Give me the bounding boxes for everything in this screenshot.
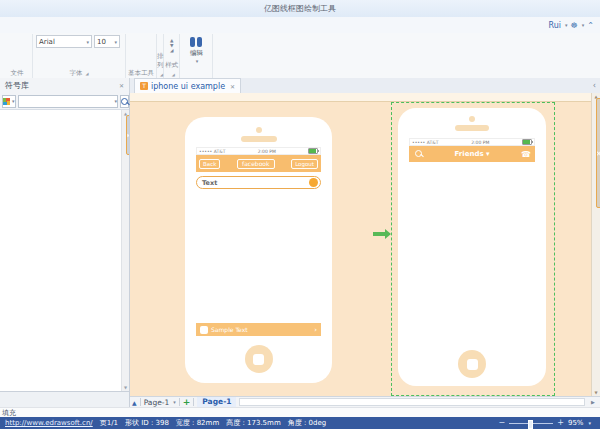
zoom-slider-thumb[interactable]: [528, 420, 533, 429]
phone-nav-bar: Back facebook Logout: [196, 155, 321, 172]
document-icon: T: [140, 82, 148, 90]
arrange-group-label: 排列: [157, 52, 163, 78]
document-tab-strip: 符号库 ✕ T iphone ui example ✕ ‹: [0, 78, 600, 94]
phone-handset-icon[interactable]: ☎: [520, 150, 532, 159]
font-group-label: 字体: [33, 69, 125, 78]
vertical-scrollbar[interactable]: ▲▼: [591, 93, 600, 396]
home-button[interactable]: [245, 345, 273, 373]
palette-label: 填充: [2, 408, 16, 418]
horizontal-ruler: [130, 93, 592, 102]
symbol-search-input[interactable]: [19, 97, 114, 106]
font-family-select[interactable]: Arial▾: [36, 35, 92, 48]
status-bar: http://www.edrawsoft.cn/ 页1/1 形状 ID : 39…: [0, 417, 600, 429]
edit-group: 编辑 ▾: [180, 34, 213, 79]
checkbox-icon[interactable]: [200, 326, 208, 334]
chevron-right-icon: ›: [314, 326, 317, 334]
shape-height: 高度 : 173.5mm: [226, 418, 281, 428]
collapse-ribbon-icon[interactable]: ⌃: [587, 21, 594, 30]
page-panel-collapse-icon[interactable]: ▲: [132, 399, 137, 406]
back-button[interactable]: Back: [199, 159, 220, 169]
field-circle-icon: [309, 178, 318, 187]
window-title: 亿图线框图绘制工具: [4, 3, 596, 14]
home-button[interactable]: [458, 350, 486, 378]
camera-dot: [256, 127, 262, 133]
speaker-slot: [455, 125, 489, 131]
phone-status-bar: ••••• AT&T 2:00 PM: [196, 147, 321, 155]
symbol-gallery: ▲▼: [0, 109, 129, 391]
add-page-button[interactable]: +: [183, 398, 191, 407]
phone-nav-bar: Friends ▾ ☎: [409, 146, 535, 162]
category-grid-icon: [3, 98, 10, 105]
page-tab-row: ▲ Page-1▾ + Page-1 ▶: [130, 396, 600, 407]
title-bar: 亿图线框图绘制工具: [0, 0, 600, 18]
library-category-button[interactable]: ▾: [2, 95, 16, 108]
ribbon-tab-row: Rui▾ ☸▾ ⌃: [0, 17, 600, 34]
font-group: Arial▾ 10▾ 字体: [33, 34, 126, 79]
settings-caret-icon: ▾: [582, 22, 585, 28]
zoom-level: 95%: [568, 419, 584, 427]
left-phone-wireframe[interactable]: ••••• AT&T 2:00 PM Back facebook Logout …: [185, 117, 332, 383]
nav-title: facebook: [237, 159, 275, 169]
clipboard-icons: [5, 35, 29, 69]
camera-dot: [469, 116, 475, 122]
binoculars-icon: [189, 37, 203, 48]
clipboard-group: 文件: [2, 34, 33, 79]
shape-tool-icons: [131, 35, 153, 69]
scroll-down-icon[interactable]: ▼: [594, 390, 597, 395]
swipe-arrow-icon: [373, 232, 385, 236]
document-tab-close-icon[interactable]: ✕: [230, 83, 235, 90]
fill-color-palette: 填充: [0, 407, 600, 417]
symbol-panel-close-icon[interactable]: ✕: [119, 82, 124, 89]
find-edit-button[interactable]: 编辑 ▾: [183, 35, 209, 69]
ribbon: 文件 Arial▾ 10▾ 字体 基本工具 排列: [0, 33, 600, 80]
page-indicator: 页1/1: [100, 418, 118, 428]
vertical-scroll-thumb[interactable]: [596, 98, 600, 208]
shape-angle: 角度 : 0deg: [288, 418, 326, 428]
zoom-slider[interactable]: [509, 423, 553, 424]
nav-title: Friends ▾: [424, 150, 520, 158]
search-dropdown-caret-icon[interactable]: ▾: [115, 98, 118, 104]
gallery-scrollbar[interactable]: ▲▼: [121, 110, 129, 391]
document-tab[interactable]: T iphone ui example ✕: [134, 78, 241, 93]
text-field[interactable]: Text: [196, 176, 321, 189]
zoom-out-button[interactable]: −: [499, 419, 506, 427]
active-page-tab[interactable]: Page-1: [197, 397, 236, 407]
phone-status-bar: ••••• AT&T 2:00 PM: [409, 138, 535, 146]
account-name[interactable]: Rui: [549, 21, 562, 30]
search-icon[interactable]: [412, 150, 424, 159]
edrawsoft-link[interactable]: http://www.edrawsoft.cn/: [5, 419, 93, 427]
symbol-panel-title: 符号库: [5, 80, 29, 91]
drawing-canvas[interactable]: ••••• AT&T 2:00 PM Back facebook Logout …: [130, 93, 600, 396]
basic-tools-group-label: 基本工具: [126, 69, 156, 78]
speaker-slot: [241, 136, 277, 142]
search-icon: [121, 98, 128, 105]
style-group: ▲▼◢ 样式: [164, 34, 180, 79]
zoom-in-button[interactable]: +: [557, 419, 564, 427]
settings-gear-icon[interactable]: ☸: [571, 21, 578, 30]
symbol-library-sidebar: ▾ ▾ ▲▼: [0, 93, 130, 407]
sidebar-bottom-tabs: [0, 391, 129, 407]
arrange-group: 排列: [157, 34, 164, 79]
gallery-scroll-thumb[interactable]: [126, 115, 129, 155]
font-size-select[interactable]: 10▾: [94, 35, 120, 48]
search-button[interactable]: [120, 95, 129, 108]
symbol-panel-header: 符号库 ✕: [0, 78, 130, 93]
symbol-search-box: ▾: [18, 95, 119, 108]
account-area: Rui▾ ☸▾ ⌃: [549, 17, 600, 33]
scroll-down-icon[interactable]: ▼: [124, 385, 127, 390]
phone-time: 2:00 PM: [438, 140, 522, 145]
horizontal-scrollbar[interactable]: [239, 398, 585, 406]
battery-icon: [522, 139, 532, 145]
scroll-right-icon[interactable]: ▶: [588, 399, 598, 405]
shape-width: 宽度 : 82mm: [176, 418, 219, 428]
logout-button[interactable]: Logout: [291, 159, 318, 169]
right-phone-wireframe[interactable]: ••••• AT&T 2:00 PM Friends ▾ ☎: [398, 108, 546, 386]
document-tab-label: iphone ui example: [151, 82, 225, 91]
shape-id: 形状 ID : 398: [125, 418, 169, 428]
phone-time: 2:00 PM: [225, 149, 308, 154]
collapse-panel-icon[interactable]: ‹: [589, 78, 600, 93]
page-selector[interactable]: Page-1: [144, 398, 170, 407]
battery-icon: [308, 148, 318, 154]
basic-tools-group: 基本工具: [126, 34, 157, 79]
sample-list-row[interactable]: Sample Text ›: [196, 323, 321, 336]
